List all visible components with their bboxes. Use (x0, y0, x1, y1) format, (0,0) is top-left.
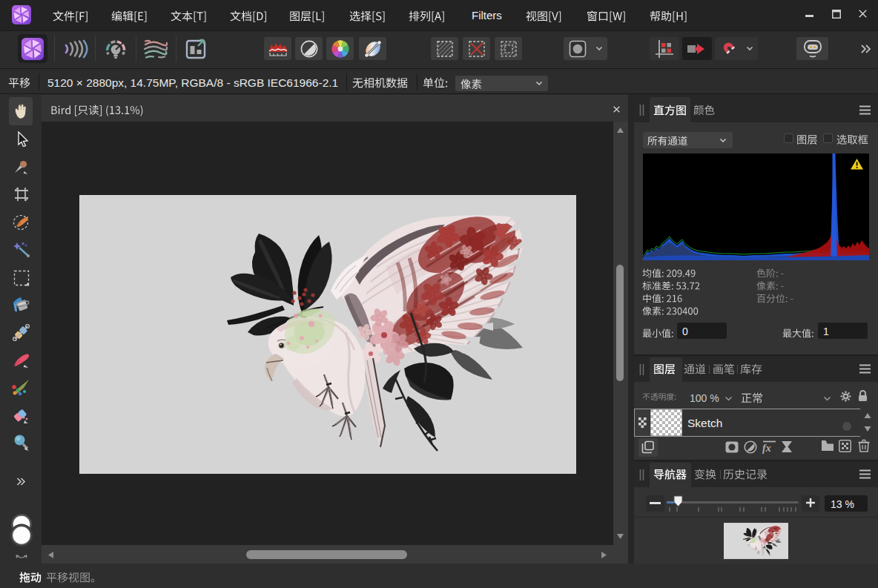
svg-text:fx: fx (762, 443, 771, 454)
